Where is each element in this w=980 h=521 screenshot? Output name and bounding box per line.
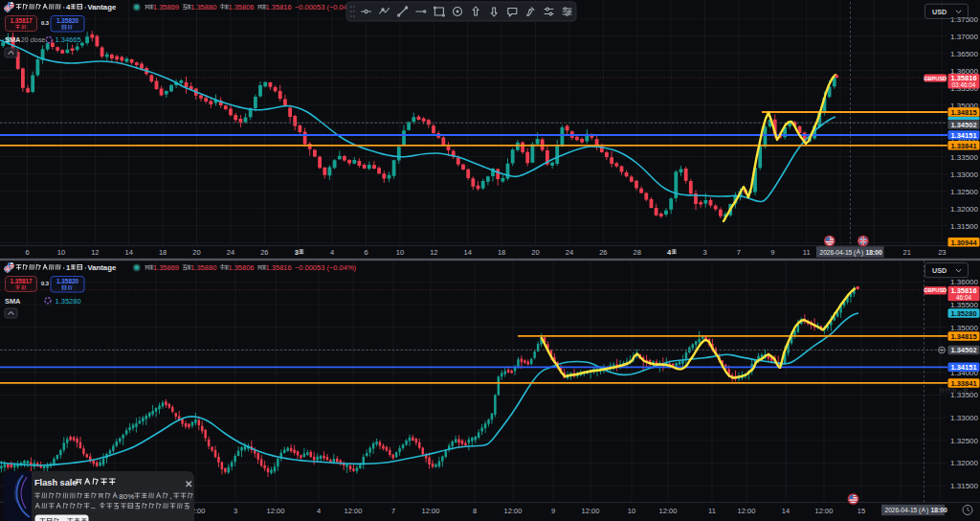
svg-text:21: 21	[903, 248, 911, 257]
svg-text:1.33500: 1.33500	[950, 153, 978, 162]
svg-text:1.31500: 1.31500	[950, 222, 978, 231]
svg-text:1.35000: 1.35000	[950, 324, 978, 332]
svg-text:1.32500: 1.32500	[950, 437, 978, 445]
svg-text:1.33500: 1.33500	[950, 391, 978, 399]
svg-text:–: –	[91, 503, 96, 511]
svg-text:1.32500: 1.32500	[950, 188, 978, 196]
svg-text:1.34502: 1.34502	[950, 121, 976, 129]
svg-text:1.35869: 1.35869	[153, 3, 179, 11]
svg-text:15: 15	[858, 507, 865, 515]
svg-text:1.33841: 1.33841	[950, 379, 976, 388]
svg-text:1.34815: 1.34815	[950, 108, 976, 117]
svg-text:20 close: 20 close	[21, 36, 46, 43]
svg-text:80%: 80%	[119, 492, 134, 501]
svg-text:12:00: 12:00	[815, 507, 834, 515]
svg-text:12:00: 12:00	[659, 507, 678, 515]
svg-text:10: 10	[57, 248, 65, 257]
svg-text:12:00: 12:00	[504, 507, 523, 515]
svg-text:18:00: 18:00	[866, 249, 883, 256]
svg-text:Vantage: Vantage	[87, 263, 117, 272]
svg-text:26: 26	[260, 248, 268, 257]
svg-text:2026-04-15 (: 2026-04-15 (	[885, 507, 923, 514]
svg-text:9: 9	[551, 507, 555, 515]
svg-text:20: 20	[192, 248, 200, 257]
svg-text:03:46:04: 03:46:04	[952, 81, 976, 88]
svg-text:USD: USD	[932, 266, 947, 275]
svg-text:9: 9	[770, 248, 774, 257]
svg-text:USD: USD	[932, 8, 947, 16]
svg-text:18:00: 18:00	[931, 507, 948, 513]
svg-text:1.34665: 1.34665	[56, 35, 81, 44]
svg-text:1.35816: 1.35816	[266, 263, 292, 272]
svg-text:26: 26	[599, 248, 607, 257]
svg-text:10: 10	[396, 248, 404, 257]
svg-text:2026-04-15 (: 2026-04-15 (	[820, 249, 858, 257]
svg-text:1.34151: 1.34151	[950, 131, 976, 140]
svg-text:1.35817: 1.35817	[10, 17, 33, 24]
svg-text:3: 3	[702, 248, 706, 257]
svg-text:46:04: 46:04	[956, 294, 971, 301]
svg-text:14: 14	[782, 507, 790, 515]
svg-text:1.35806: 1.35806	[228, 3, 254, 11]
svg-text:1.35816: 1.35816	[266, 3, 292, 11]
svg-text:1.35820: 1.35820	[56, 278, 79, 284]
svg-text:12:00: 12:00	[267, 507, 285, 515]
svg-text:6: 6	[25, 248, 29, 257]
svg-text:24: 24	[227, 248, 234, 257]
svg-text:SMA: SMA	[5, 35, 21, 44]
svg-text:4: 4	[330, 248, 334, 257]
svg-text:1.35869: 1.35869	[153, 263, 179, 272]
svg-text:12:00: 12:00	[582, 507, 600, 515]
svg-text:): )	[926, 507, 928, 514]
svg-text:Flash sale: Flash sale	[34, 478, 77, 487]
svg-text:1.32000: 1.32000	[950, 459, 978, 467]
svg-text:7: 7	[391, 507, 395, 515]
svg-text:24: 24	[566, 248, 573, 257]
svg-text:4: 4	[317, 507, 321, 515]
svg-text:GBPUSD: GBPUSD	[924, 76, 947, 81]
svg-text:18: 18	[498, 248, 505, 257]
svg-text:1.31500: 1.31500	[950, 482, 978, 490]
svg-text:1.35280: 1.35280	[56, 297, 81, 306]
svg-text:1.35806: 1.35806	[228, 263, 254, 272]
svg-text:8: 8	[473, 507, 477, 515]
svg-text:1.37500: 1.37500	[950, 15, 978, 24]
svg-text:12: 12	[430, 248, 437, 257]
svg-text:10: 10	[628, 507, 635, 515]
svg-text:1: 1	[66, 263, 71, 272]
svg-text:1.30944: 1.30944	[950, 238, 977, 247]
svg-text:3: 3	[234, 507, 237, 515]
svg-text:20: 20	[531, 248, 539, 257]
svg-text:3: 3	[295, 248, 299, 257]
svg-text:12:00: 12:00	[738, 507, 756, 515]
svg-text:28: 28	[634, 248, 641, 257]
svg-text:1.34151: 1.34151	[950, 363, 976, 372]
svg-text:): )	[861, 249, 863, 257]
svg-text:1.33841: 1.33841	[950, 142, 976, 150]
svg-text:0.3: 0.3	[41, 20, 50, 26]
svg-text:1.37000: 1.37000	[950, 33, 978, 41]
svg-text:12: 12	[91, 248, 99, 257]
svg-text:GBPUSD: GBPUSD	[924, 287, 947, 293]
svg-text:1.34502: 1.34502	[950, 346, 976, 354]
svg-text:SMA: SMA	[5, 297, 21, 306]
svg-text:−0.00053 (−0.04%): −0.00053 (−0.04%)	[295, 263, 357, 272]
svg-text:14: 14	[125, 248, 133, 257]
svg-text:1.35880: 1.35880	[190, 263, 216, 272]
svg-text:Vantage: Vantage	[87, 3, 117, 11]
svg-text:1.35880: 1.35880	[190, 3, 216, 11]
svg-text:1.35817: 1.35817	[10, 278, 33, 284]
svg-text:12:00: 12:00	[422, 507, 440, 515]
svg-text:11: 11	[708, 507, 716, 515]
svg-text:6: 6	[364, 248, 368, 257]
svg-text:1.36500: 1.36500	[950, 50, 978, 58]
svg-text:1.34815: 1.34815	[950, 332, 976, 341]
svg-text:14: 14	[464, 248, 472, 257]
svg-text:7: 7	[737, 248, 741, 257]
svg-text:11: 11	[803, 248, 811, 257]
svg-text:1.35820: 1.35820	[56, 17, 79, 24]
svg-text:1.33000: 1.33000	[950, 170, 978, 179]
svg-text:4: 4	[66, 3, 71, 11]
svg-text:1.35280: 1.35280	[950, 309, 976, 318]
svg-text:12:00: 12:00	[345, 507, 363, 515]
